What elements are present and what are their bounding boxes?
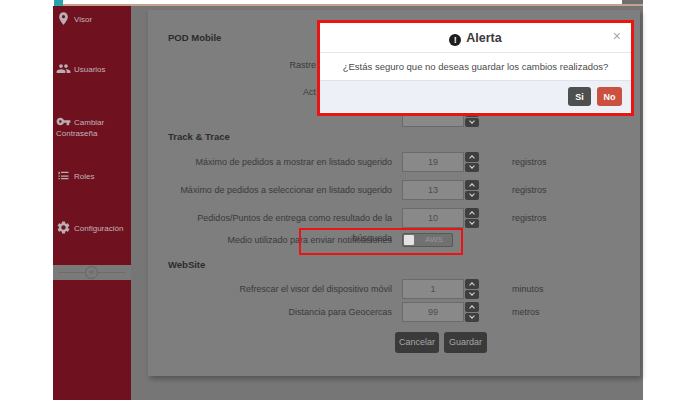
no-button[interactable]: No [597, 87, 622, 106]
collapse-sidebar-button[interactable]: « [85, 266, 98, 279]
app-canvas: Visor Usuarios Cambiar Contraseña Roles … [0, 0, 685, 410]
field-label: Máximo de pedidos a seleccionar en lista… [158, 180, 392, 200]
spinner [465, 152, 479, 172]
input-value: 10 [428, 213, 438, 223]
list-icon [56, 168, 71, 183]
users-icon [56, 61, 71, 76]
sidebar-item-cambiar-contrasena[interactable]: Cambiar Contraseña [53, 114, 131, 139]
sidebar-item-configuracion[interactable]: Configuración [53, 220, 131, 235]
field-label: Distancia para Geocercas [158, 302, 392, 322]
spinner-up-button[interactable] [465, 279, 479, 289]
input-value: 19 [428, 157, 438, 167]
number-input[interactable]: 1 [402, 279, 464, 299]
spinner-up-button[interactable] [465, 302, 479, 312]
chevron-left-icon: « [89, 267, 94, 277]
spinner [465, 279, 479, 299]
number-input[interactable]: 13 [402, 180, 464, 200]
input-value: 13 [428, 185, 438, 195]
unit-label: registros [512, 180, 547, 200]
spinner [465, 180, 479, 200]
chevron-up-icon [469, 211, 475, 217]
spinner-down-button[interactable] [465, 313, 479, 323]
sidebar-item-roles[interactable]: Roles [53, 168, 131, 183]
number-input[interactable]: 10 [402, 208, 464, 228]
chevron-up-icon [469, 155, 475, 161]
chevron-up-icon [469, 183, 475, 189]
spinner-up-button[interactable] [465, 152, 479, 162]
sidebar-collapse-bar: « [53, 265, 131, 280]
unit-label: registros [512, 152, 547, 172]
sidebar-item-visor[interactable]: Visor [53, 11, 131, 26]
number-input[interactable]: 19 [402, 152, 464, 172]
form-row-max-mostrar: Máximo de pedidos a mostrar en listado s… [148, 152, 640, 172]
field-label: Medio utilizado para enviar notificacion… [158, 230, 392, 250]
sidebar-item-label: Usuarios [74, 65, 106, 74]
input-value: 99 [428, 307, 438, 317]
location-pin-icon [56, 11, 71, 26]
toggle-value: AWS [416, 234, 452, 246]
chevron-up-icon [469, 282, 475, 288]
cancel-button[interactable]: Cancelar [395, 332, 439, 353]
chevron-down-icon [469, 219, 475, 225]
spinner-down-button[interactable] [465, 219, 479, 229]
alert-dialog: !Alerta × ¿Estás seguro que no deseas gu… [317, 20, 634, 116]
yes-button[interactable]: Si [568, 87, 591, 106]
unit-label: minutos [512, 279, 544, 299]
unit-label: registros [512, 208, 547, 228]
chevron-up-icon [469, 305, 475, 311]
field-label: Máximo de pedidos a mostrar en listado s… [158, 152, 392, 172]
spinner-up-button[interactable] [465, 180, 479, 190]
alert-message: ¿Estás seguro que no deseas guardar los … [320, 53, 631, 80]
form-row-resultado-busqueda: Pedidos/Puntos de entrega como resultado… [148, 208, 640, 228]
chevron-down-icon [469, 163, 475, 169]
field-label: Refrescar el visor del dispositivo móvil [158, 279, 392, 299]
form-row-refrescar-visor: Refrescar el visor del dispositivo móvil… [148, 279, 640, 299]
alert-dialog-header: !Alerta × [320, 23, 631, 53]
spinner-up-button[interactable] [465, 208, 479, 218]
spinner [465, 302, 479, 322]
alert-dialog-footer: Si No [320, 80, 631, 112]
toggle-knob [404, 235, 414, 245]
spinner-down-button[interactable] [465, 118, 479, 128]
sidebar-item-label: Roles [74, 172, 94, 181]
section-title-pod-mobile: POD Mobile [168, 33, 221, 43]
spinner-down-button[interactable] [465, 191, 479, 201]
sidebar-item-label: Configuración [74, 224, 123, 233]
save-button[interactable]: Guardar [444, 332, 487, 353]
gear-icon [56, 220, 71, 235]
sidebar-item-usuarios[interactable]: Usuarios [53, 61, 131, 76]
field-label-truncated: Rastre [206, 60, 316, 70]
alert-title-text: Alerta [466, 31, 501, 45]
chevron-down-icon [469, 118, 475, 124]
number-input[interactable]: 99 [402, 302, 464, 322]
chevron-down-icon [469, 290, 475, 296]
top-border-line [54, 4, 643, 6]
spinner-down-button[interactable] [465, 163, 479, 173]
unit-label: metros [512, 302, 540, 322]
notifications-toggle[interactable]: AWS [402, 233, 453, 247]
spinner [465, 208, 479, 228]
section-title-website: WebSite [168, 260, 205, 270]
form-row-notificaciones: Medio utilizado para enviar notificacion… [148, 230, 640, 250]
input-value: 1 [430, 284, 435, 294]
chevron-down-icon [469, 313, 475, 319]
key-icon [56, 114, 71, 129]
chevron-down-icon [469, 191, 475, 197]
alert-dialog-title: !Alerta [320, 23, 631, 53]
sidebar: Visor Usuarios Cambiar Contraseña Roles … [53, 6, 131, 400]
section-title-track-trace: Track & Trace [168, 132, 230, 142]
close-icon[interactable]: × [613, 29, 621, 43]
sidebar-item-label: Visor [74, 15, 92, 24]
form-row-max-seleccionar: Máximo de pedidos a seleccionar en lista… [148, 180, 640, 200]
form-row-geocercas: Distancia para Geocercas 99 metros [148, 302, 640, 322]
field-label-truncated: Act [206, 87, 316, 97]
spinner-down-button[interactable] [465, 290, 479, 300]
alert-icon: ! [449, 34, 461, 46]
